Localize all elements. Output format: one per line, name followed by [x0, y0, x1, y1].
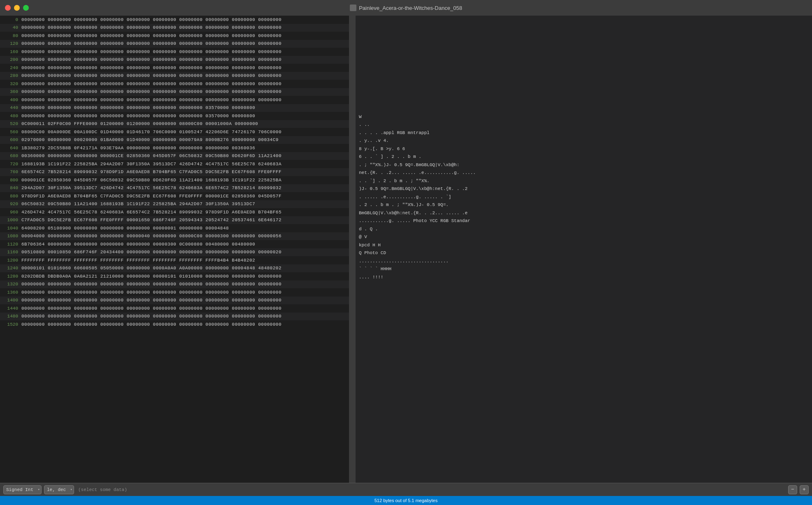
- hex-row[interactable]: 140000000000 00000000 00000000 00000000 …: [0, 297, 349, 305]
- row-bytes: 00510800 00010850 686F746F 20434400 0000…: [21, 250, 349, 255]
- row-bytes: 00000000 00000000 00000000 00000000 0000…: [21, 65, 349, 70]
- hex-row[interactable]: 44000000000 00000000 00000000 00000000 0…: [0, 104, 349, 112]
- hex-row[interactable]: 7201688193B 1C191F22 225825BA 294A2D07 3…: [0, 160, 349, 168]
- decrement-button[interactable]: −: [788, 485, 797, 494]
- row-offset: 160: [0, 49, 21, 54]
- ascii-row: )J- 0.5 9Q=.BmGBLGQ|V.\xb@h:net.{R. . .2: [359, 185, 809, 193]
- row-offset: 880: [0, 194, 21, 199]
- hex-row[interactable]: 144000000000 00000000 00000000 00000000 …: [0, 304, 349, 313]
- row-offset: 960: [0, 210, 21, 215]
- hex-row[interactable]: 116000510800 00010850 686F746F 20434400 …: [0, 248, 349, 257]
- row-offset: 520: [0, 121, 21, 126]
- format-select[interactable]: le, dec: [44, 485, 74, 494]
- hex-row[interactable]: 1200FFFFFFFF FFFFFFFF FFFFFFFF FFFFFFFF …: [0, 256, 349, 264]
- hex-row[interactable]: 124000000101 01016060 60600505 05050000 …: [0, 264, 349, 273]
- ascii-rows: W . .. . . . . .appl RGB mntrappl . y.. …: [359, 16, 809, 482]
- hex-row[interactable]: 7606E6574C2 7B528214 89099032 978D9F1D A…: [0, 168, 349, 176]
- row-offset: 640: [0, 146, 21, 151]
- row-offset: 800: [0, 178, 21, 183]
- ascii-row: [359, 81, 809, 89]
- traffic-lights: [5, 5, 29, 11]
- hex-row[interactable]: 840294A2D07 30F1350A 39513DC7 426D4742 4…: [0, 184, 349, 192]
- row-offset: 120: [0, 41, 21, 46]
- maximize-button[interactable]: [23, 5, 29, 11]
- ascii-row: . 2 . . b m . ; ""X%.)J- 0.5 9Q=.: [359, 201, 809, 209]
- hex-row[interactable]: 24000000000 00000000 00000000 00000000 0…: [0, 64, 349, 72]
- hex-row[interactable]: 880978D9F1D A6E0AED8 B704BF65 C7FAD0C5 D…: [0, 192, 349, 200]
- row-bytes: 00000000 00000000 00000000 00000000 0000…: [21, 97, 349, 102]
- hex-row[interactable]: 8000000000 00000000 00000000 00000000 00…: [0, 32, 349, 40]
- ascii-row: [359, 297, 809, 306]
- ascii-row: ...........g. ..... Photo YCC RGB Standa…: [359, 217, 809, 225]
- row-bytes: C7FAD0C5 D9C5E2FB EC67F608 FFE0FFFF 0000…: [21, 218, 349, 222]
- hex-row[interactable]: 960426D4742 4C47517C 56E25C78 6240683A 6…: [0, 208, 349, 216]
- ascii-row: BmGBLGQ|V.\xb@h:net.{R. . .2... ..... .e: [359, 209, 809, 217]
- row-offset: 1280: [0, 274, 21, 279]
- row-bytes: 06C50832 09C50B80 11A21400 1688193B 1C19…: [21, 202, 349, 206]
- row-bytes: 00000000 00000000 00000000 00000000 0000…: [21, 322, 349, 327]
- hex-row[interactable]: 12000000000 00000000 00000000 00000000 0…: [0, 40, 349, 48]
- hex-row[interactable]: 148000000000 00000000 00000000 00000000 …: [0, 313, 349, 321]
- scrollbar[interactable]: [349, 16, 355, 483]
- ascii-row: d . Q .: [359, 225, 809, 233]
- hex-row[interactable]: 56008000C00 00A000DE 00A100DC 01D40000 0…: [0, 128, 349, 136]
- hex-row[interactable]: 132000000000 00000000 00000000 00000000 …: [0, 280, 349, 289]
- row-bytes: 00000000 00000000 00000000 00000000 0000…: [21, 298, 349, 303]
- hex-row[interactable]: 20000000000 00000000 00000000 00000000 0…: [0, 56, 349, 64]
- row-offset: 1200: [0, 258, 21, 263]
- row-bytes: 0202DBDB DBDB0A0A 0A0A2121 21210000 0000…: [21, 274, 349, 279]
- row-bytes: 00000000 00000000 00000000 00000000 0000…: [21, 282, 349, 287]
- row-bytes: 00000000 00000000 00000000 00000000 0000…: [21, 114, 349, 118]
- ascii-row: . ; ""X%.)J- 0.5 9Q=.BmGBLGQ|V.\xb@h:: [359, 161, 809, 169]
- hex-row[interactable]: 5200C000011 02FF0C00 FFFE0000 01200000 0…: [0, 120, 349, 128]
- row-bytes: 00000000 00000000 00000000 00000000 0000…: [21, 41, 349, 46]
- type-select[interactable]: Signed Int: [3, 485, 42, 494]
- hex-row[interactable]: 32000000000 00000000 00000000 00000000 0…: [0, 80, 349, 88]
- hex-row[interactable]: 000000000 00000000 00000000 00000000 000…: [0, 16, 349, 24]
- hex-row[interactable]: 40000000000 00000000 00000000 00000000 0…: [0, 96, 349, 104]
- row-offset: 320: [0, 81, 21, 86]
- hex-row[interactable]: 60002970000 00000000 00020000 01BA0000 0…: [0, 136, 349, 144]
- hex-row[interactable]: 92006C50832 09C50B80 11A21400 1688193B 1…: [0, 200, 349, 208]
- hex-row[interactable]: 104064008200 05108900 00000000 00000000 …: [0, 224, 349, 232]
- row-bytes: 00000000 00000000 00000000 00000000 0000…: [21, 17, 349, 22]
- minimize-button[interactable]: [14, 5, 20, 11]
- hex-row[interactable]: 136000000000 00000000 00000000 00000000 …: [0, 288, 349, 297]
- hex-row[interactable]: 152000000000 00000000 00000000 00000000 …: [0, 320, 349, 329]
- ascii-row: [359, 65, 809, 73]
- type-select-wrapper[interactable]: Signed Int: [3, 485, 42, 494]
- hex-row[interactable]: 108000004000 00000000 00000000 00000000 …: [0, 232, 349, 241]
- row-bytes: 00000000 00000000 00000000 00000000 0000…: [21, 81, 349, 86]
- row-offset: 1400: [0, 298, 21, 303]
- hex-row[interactable]: 6401B380279 2DC55B8B 0F42171A 093E79AA 0…: [0, 144, 349, 152]
- row-offset: 0: [0, 17, 21, 22]
- row-bytes: 00000000 00000000 00000000 00000000 0000…: [21, 33, 349, 38]
- close-button[interactable]: [5, 5, 11, 11]
- hex-row[interactable]: 28000000000 00000000 00000000 00000000 0…: [0, 72, 349, 80]
- hex-row[interactable]: 48000000000 00000000 00000000 00000000 0…: [0, 112, 349, 120]
- ascii-row: [359, 97, 809, 105]
- format-select-wrapper[interactable]: le, dec: [44, 485, 74, 494]
- hex-row[interactable]: 12800202DBDB DBDB0A0A 0A0A2121 21210000 …: [0, 272, 349, 280]
- row-offset: 1000: [0, 218, 21, 222]
- hex-row[interactable]: 68000360000 00000000 00000000 000001CE 0…: [0, 152, 349, 160]
- hex-row[interactable]: 800000001CE 02850360 045D057F 06C50832 0…: [0, 176, 349, 184]
- ascii-row: [359, 313, 809, 322]
- hex-row[interactable]: 36000000000 00000000 00000000 00000000 0…: [0, 88, 349, 96]
- row-bytes: 00000000 00000000 00000000 00000000 0000…: [21, 73, 349, 78]
- row-bytes: 00000101 01016060 60600505 05050000 0000…: [21, 266, 349, 271]
- hex-row[interactable]: 16000000000 00000000 00000000 00000000 0…: [0, 48, 349, 56]
- row-offset: 280: [0, 73, 21, 78]
- hex-row[interactable]: 1000C7FAD0C5 D9C5E2FB EC67F608 FFE0FFFF …: [0, 216, 349, 225]
- row-offset: 560: [0, 130, 21, 134]
- ascii-row: [359, 281, 809, 290]
- hex-row[interactable]: 11206B706364 00000000 00000000 00000000 …: [0, 240, 349, 248]
- hex-panel[interactable]: 000000000 00000000 00000000 00000000 000…: [0, 16, 349, 483]
- hex-row[interactable]: 4000000000 00000000 00000000 00000000 00…: [0, 24, 349, 32]
- increment-button[interactable]: +: [800, 485, 809, 494]
- ascii-row: [359, 321, 809, 329]
- ascii-row: [359, 49, 809, 57]
- row-offset: 400: [0, 97, 21, 102]
- ascii-row: . y.. .v 4.: [359, 137, 809, 145]
- ascii-row: . ..: [359, 121, 809, 129]
